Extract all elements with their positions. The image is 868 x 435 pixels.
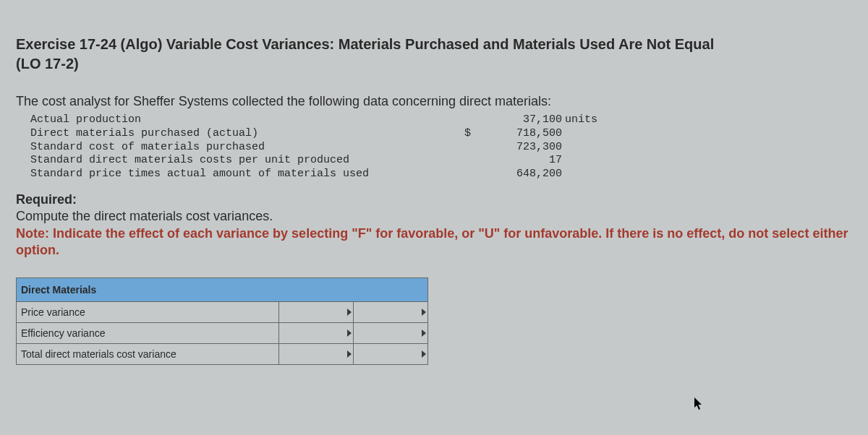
intro-text: The cost analyst for Sheffer Systems col…: [16, 94, 852, 109]
dropdown-icon: [347, 309, 352, 316]
data-label: Standard direct materials costs per unit…: [30, 154, 464, 168]
dropdown-icon: [422, 309, 426, 316]
data-label: Standard price times actual amount of ma…: [30, 168, 464, 181]
data-row: Standard direct materials costs per unit…: [30, 154, 852, 168]
data-row: Standard price times actual amount of ma…: [30, 168, 852, 181]
data-value: 648,200: [475, 168, 562, 181]
dropdown-icon: [347, 330, 352, 337]
amount-input[interactable]: [279, 323, 354, 344]
favorable-select[interactable]: [354, 323, 428, 344]
data-currency: $: [464, 127, 475, 141]
data-label: Direct materials purchased (actual): [30, 127, 464, 141]
row-label: Price variance: [17, 302, 279, 323]
data-value: 17: [475, 154, 562, 168]
favorable-select[interactable]: [354, 344, 428, 365]
table-row: Price variance: [17, 302, 428, 323]
exercise-title: Exercise 17-24 (Algo) Variable Cost Vari…: [16, 35, 852, 74]
row-label: Total direct materials cost variance: [17, 344, 279, 365]
data-value: 718,500: [475, 127, 562, 141]
data-label: Standard cost of materials purchased: [30, 141, 464, 155]
required-heading: Required:: [16, 192, 77, 207]
data-row: Actual production37,100units: [30, 113, 852, 127]
required-line: Compute the direct materials cost varian…: [16, 209, 273, 223]
favorable-select[interactable]: [354, 302, 428, 323]
title-line-2: (LO 17-2): [16, 56, 79, 72]
dropdown-icon: [347, 350, 352, 358]
dropdown-icon: [422, 330, 426, 337]
amount-input[interactable]: [279, 302, 354, 323]
data-row: Direct materials purchased (actual)$718,…: [30, 127, 852, 141]
data-value: 37,100: [475, 113, 562, 127]
row-label: Efficiency variance: [17, 323, 279, 344]
answer-table: Direct Materials Price variance Efficien…: [16, 277, 428, 365]
amount-input[interactable]: [279, 344, 354, 365]
data-label: Actual production: [30, 113, 464, 127]
table-row: Efficiency variance: [17, 323, 428, 344]
data-block: Actual production37,100unitsDirect mater…: [30, 113, 852, 181]
title-line-1: Exercise 17-24 (Algo) Variable Cost Vari…: [16, 36, 714, 52]
data-unit: units: [562, 113, 608, 127]
data-value: 723,300: [475, 141, 562, 155]
dropdown-icon: [422, 350, 426, 358]
mouse-cursor-icon: [694, 397, 703, 410]
answer-header: Direct Materials: [17, 278, 428, 302]
data-row: Standard cost of materials purchased723,…: [30, 141, 852, 155]
required-note: Note: Indicate the effect of each varian…: [16, 226, 848, 257]
required-block: Required: Compute the direct materials c…: [16, 191, 852, 259]
table-row: Total direct materials cost variance: [17, 344, 428, 365]
